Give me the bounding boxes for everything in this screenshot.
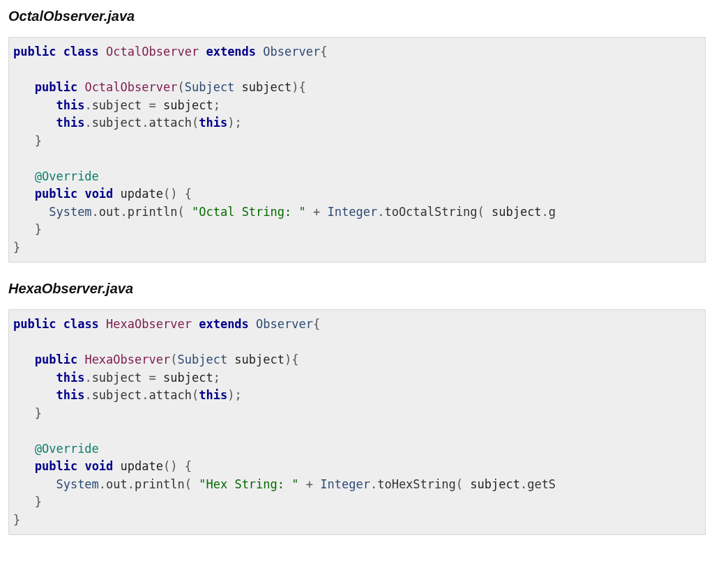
code-token-lit: "Hex String: ": [199, 477, 298, 491]
code-token-sym: .: [84, 98, 91, 112]
code-token-sym: .: [142, 116, 149, 130]
code-token-kw: class: [63, 45, 99, 59]
code-token-lit: "Octal String: ": [192, 205, 306, 219]
code-token-sym: ): [227, 388, 234, 402]
code-token-sym: }: [35, 406, 42, 420]
code-token-sym: .: [121, 205, 128, 219]
code-token-kw: public: [13, 317, 56, 331]
code-token-mem: println: [135, 477, 185, 491]
code-token-sym: ;: [213, 98, 220, 112]
code-token-sym: +: [313, 205, 320, 219]
code-token-mem: println: [128, 205, 178, 219]
code-token-mem: attach: [149, 388, 192, 402]
code-token-sym: (: [177, 205, 184, 219]
code-token-kw: this: [56, 98, 84, 112]
code-token-sym: (: [477, 205, 484, 219]
code-token-sym: ): [170, 459, 177, 473]
code-token-sym: }: [13, 513, 20, 527]
code-token-mem: out: [106, 477, 128, 491]
code-token-sym: }: [13, 240, 20, 254]
file-block: OctalObserver.java public class OctalObs…: [8, 8, 706, 263]
code-token-sym: +: [306, 477, 313, 491]
code-token-sym: }: [35, 495, 42, 509]
code-token-sym: .: [128, 477, 135, 491]
code-token-sym: =: [149, 371, 156, 385]
code-token-typ: HexaObserver: [84, 353, 170, 366]
code-token-sym: {: [320, 45, 327, 59]
code-token-sym: {: [299, 80, 306, 94]
code-token-sym: (: [163, 459, 170, 473]
code-token-sym: .: [92, 205, 99, 219]
code-token-mem: toOctalString: [384, 205, 477, 219]
code-token-sym: }: [35, 134, 42, 148]
code-token-kw: public: [35, 353, 77, 366]
code-token-sym: (: [185, 477, 192, 491]
code-token-sym: {: [313, 317, 320, 331]
code-token-usr: Observer: [256, 317, 313, 331]
code-token-usr: System: [49, 205, 91, 219]
code-token-mem: attach: [149, 116, 192, 130]
code-token-sym: (: [177, 80, 184, 94]
code-token-sym: .: [84, 116, 91, 130]
code-token-sym: (: [163, 187, 170, 201]
code-token-typ: OctalObserver: [106, 45, 199, 59]
code-token-usr: Integer: [320, 477, 370, 491]
code-token-sym: .: [520, 477, 527, 491]
code-token-kw: this: [199, 116, 227, 130]
code-token-mem: toHexString: [377, 477, 456, 491]
code-token-mem: subject: [92, 116, 142, 130]
code-token-sym: ;: [234, 116, 241, 130]
code-block: public class HexaObserver extends Observ…: [8, 309, 706, 535]
code-token-kw: void: [84, 187, 113, 201]
code-token-kw: this: [199, 388, 227, 402]
code-token-sym: {: [185, 187, 192, 201]
code-token-sym: {: [291, 353, 298, 366]
code-token-kw: this: [56, 371, 84, 385]
code-token-sym: ): [170, 187, 177, 201]
code-token-sym: ;: [213, 371, 220, 385]
code-token-kw: class: [63, 317, 99, 331]
code-block: public class OctalObserver extends Obser…: [8, 37, 706, 263]
code-token-ann: @Override: [35, 169, 99, 183]
code-token-sym: .: [142, 388, 149, 402]
code-token-kw: extends: [199, 317, 249, 331]
code-token-sym: (: [456, 477, 463, 491]
code-token-mem: subject: [92, 388, 142, 402]
code-token-sym: ): [291, 80, 298, 94]
code-token-sym: ;: [234, 388, 241, 402]
code-token-typ: OctalObserver: [84, 80, 177, 94]
code-token-kw: extends: [206, 45, 256, 59]
code-token-usr: Integer: [328, 205, 378, 219]
code-token-sym: .: [542, 205, 549, 219]
code-token-kw: public: [35, 80, 77, 94]
code-token-mem: getS: [527, 477, 556, 491]
code-token-sym: (: [170, 353, 177, 366]
code-token-usr: Subject: [185, 80, 235, 94]
code-token-kw: public: [35, 187, 77, 201]
code-token-mem: subject: [92, 98, 142, 112]
code-token-mem: out: [99, 205, 121, 219]
code-token-sym: {: [185, 459, 192, 473]
code-token-mem: g: [549, 205, 556, 219]
code-token-kw: this: [56, 116, 84, 130]
code-token-kw: public: [13, 45, 56, 59]
file-title: OctalObserver.java: [8, 8, 706, 24]
code-token-mem: subject: [92, 371, 142, 385]
code-token-kw: void: [84, 459, 113, 473]
code-token-sym: .: [99, 477, 106, 491]
code-token-sym: .: [84, 371, 91, 385]
code-token-usr: Subject: [177, 353, 227, 366]
file-title: HexaObserver.java: [8, 281, 706, 297]
code-token-ann: @Override: [35, 442, 99, 456]
code-token-kw: public: [35, 459, 77, 473]
code-token-sym: (: [192, 388, 199, 402]
file-block: HexaObserver.java public class HexaObser…: [8, 281, 706, 535]
code-token-sym: .: [84, 388, 91, 402]
code-token-sym: =: [149, 98, 156, 112]
code-token-sym: .: [377, 205, 384, 219]
code-token-typ: HexaObserver: [106, 317, 192, 331]
code-token-sym: (: [192, 116, 199, 130]
code-token-sym: ): [227, 116, 234, 130]
code-token-kw: this: [56, 388, 84, 402]
code-token-usr: System: [56, 477, 98, 491]
